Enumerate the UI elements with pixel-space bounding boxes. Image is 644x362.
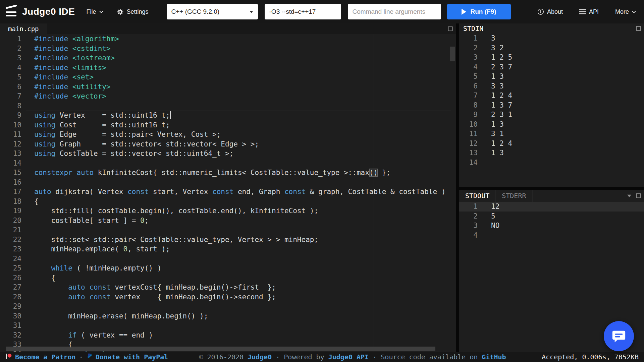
chevron-down-icon [99,11,103,13]
code-line: #include <set> [34,72,456,82]
line-number: 18 [0,197,26,206]
line-number: 25 [0,263,26,273]
line-number: 5 [459,72,478,81]
compiler-options-input[interactable] [265,4,341,19]
tab-stdout[interactable]: STDOUT [459,190,496,202]
vertical-splitter[interactable] [456,23,459,352]
top-navbar: Judge0 IDE File Settings C++ (GCC 9.2.0) [0,0,644,23]
code-line: 2 3 1 [491,110,644,120]
more-label: More [615,8,629,15]
panel-dropdown-icon[interactable] [627,194,631,197]
line-number: 11 [459,129,478,139]
code-line: 3 3 [491,81,644,91]
line-number: 9 [459,110,478,120]
line-number: 2 [459,43,478,53]
code-line: auto dijkstra( Vertex const start, Verte… [34,187,456,197]
line-number: 4 [459,231,478,240]
code-line: #include <algorithm> [34,34,456,44]
code-line: using Vertex = std::uint16_t; [34,111,456,120]
more-menu[interactable]: More [607,0,644,23]
settings-button[interactable]: Settings [110,0,155,23]
statusbar-link[interactable]: Judge0 API [328,353,369,361]
code-line: { [34,197,456,206]
statusbar-link[interactable]: Judge0 [248,353,272,361]
tab-label: main.cpp [8,25,39,33]
code-line: 1 2 5 [491,53,644,62]
line-number: 8 [459,101,478,110]
code-line: auto const vertex { minHeap.begin()->sec… [34,292,456,302]
api-list-icon [579,9,586,15]
statusbar-text: · Source code available on [369,353,482,361]
tab-stderr[interactable]: STDERR [496,190,532,202]
editor-tabbar: main.cpp [0,23,456,34]
donate-paypal-link[interactable]: Donate with PayPal [96,353,168,361]
code-editor[interactable]: 1234567891011121314151617181920212223242… [0,34,456,352]
code-line [491,158,644,168]
code-line [491,231,644,240]
judge0-logo-icon [5,6,18,18]
stdout-lines: 125NO [491,202,644,240]
line-number: 10 [459,120,478,129]
chat-widget-button[interactable] [604,321,634,351]
code-editor-pane: main.cpp 1234567891011121314151617181920… [0,23,456,352]
line-number: 10 [0,120,26,130]
line-number: 17 [0,187,26,197]
editor-horizontal-scrollbar[interactable] [6,347,435,351]
line-number: 15 [0,168,26,178]
line-number: 28 [0,292,26,302]
maximize-stdin-icon[interactable] [636,26,641,31]
line-number: 4 [0,63,26,73]
statusbar-link[interactable]: GitHub [482,353,506,361]
code-line: std::fill( costTable.begin(), costTable.… [34,206,456,216]
code-line: NO [491,221,644,231]
line-number: 8 [0,101,26,111]
code-line [34,254,456,264]
line-number: 4 [459,62,478,72]
maximize-stdout-icon[interactable] [636,193,641,198]
line-number: 24 [0,254,26,264]
paypal-icon [87,353,93,361]
stdin-editor[interactable]: 1234567891011121314 33 21 2 52 3 71 33 3… [459,34,644,187]
stdout-line-numbers: 1234 [459,202,478,240]
navbar-right-group: About API More [529,0,644,23]
line-number: 2 [459,212,478,221]
settings-label: Settings [127,8,149,15]
line-number: 1 [459,202,478,212]
stdin-line-numbers: 1234567891011121314 [459,34,478,167]
code-line: 1 3 7 [491,101,644,110]
run-button[interactable]: Run (F9) [447,4,511,19]
code-line: 1 3 [491,148,644,158]
line-number: 12 [459,139,478,148]
stdin-header: STDIN [459,23,644,34]
code-line: 2 3 7 [491,62,644,72]
code-line: using Graph = std::vector< std::vector< … [34,139,456,149]
code-line: 1 3 [491,72,644,81]
line-number: 11 [0,130,26,139]
language-selected-value: C++ (GCC 9.2.0) [171,8,220,15]
command-line-args-input[interactable] [348,4,441,19]
maximize-editor-icon[interactable] [448,26,453,32]
code-line: costTable[ start ] = 0; [34,216,456,226]
line-number: 16 [0,178,26,187]
editor-vertical-scrollbar[interactable] [450,47,455,61]
file-menu[interactable]: File [79,0,110,23]
code-line: using Edge = std::pair< Vertex, Cost >; [34,130,456,139]
code-line: 3 [491,34,644,43]
tab-main-cpp[interactable]: main.cpp [0,23,47,34]
code-line: minHeap.emplace( 0, start ); [34,244,456,254]
about-button[interactable]: About [529,0,571,23]
line-number: 2 [0,44,26,54]
api-button[interactable]: API [571,0,607,23]
language-select[interactable]: C++ (GCC 9.2.0) [167,4,258,19]
code-line: 5 [491,212,644,221]
code-line [34,225,456,235]
status-bar: Become a Patron · Donate with PayPal © 2… [0,352,644,362]
horizontal-splitter[interactable] [459,187,644,190]
app-logo[interactable]: Judge0 IDE [5,0,75,23]
copyright-text: © 2016-2020 Judge0 · Powered by Judge0 A… [199,353,506,361]
line-number: 27 [0,283,26,292]
info-icon [537,8,544,15]
code-line: auto const vertexCost{ minHeap.begin()->… [34,283,456,292]
code-lines: #include <algorithm>#include <cstdint>#i… [34,34,456,352]
become-patron-link[interactable]: Become a Patron [15,353,76,361]
